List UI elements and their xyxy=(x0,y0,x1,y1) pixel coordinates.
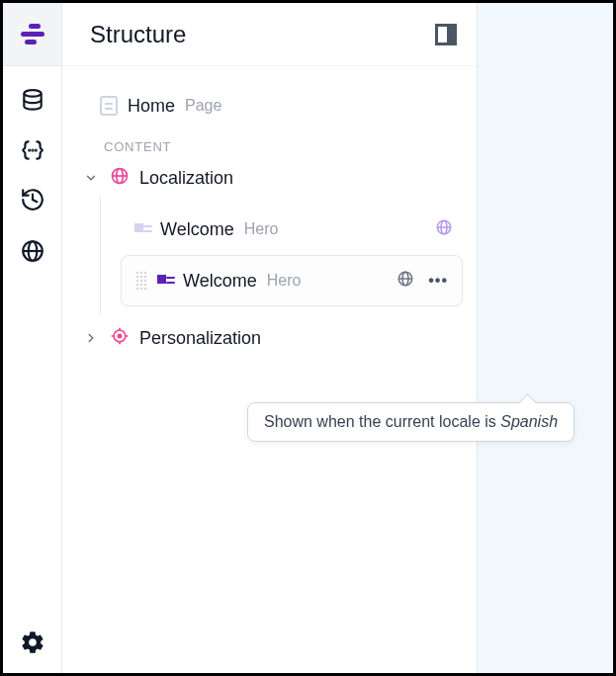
section-label: CONTENT xyxy=(76,124,463,160)
panel-title: Structure xyxy=(90,21,435,48)
drag-handle-icon[interactable] xyxy=(135,271,147,291)
block-icon xyxy=(134,221,150,237)
app-frame: Structure Home Page CONTENT xyxy=(0,0,616,676)
panel-body: Home Page CONTENT Localization xyxy=(62,66,477,356)
page-icon xyxy=(100,96,118,116)
locale-indicator-icon[interactable] xyxy=(396,270,414,292)
database-icon[interactable] xyxy=(20,88,45,114)
history-icon[interactable] xyxy=(20,187,45,212)
collapse-panel-button[interactable] xyxy=(435,24,457,45)
locale-indicator-icon[interactable] xyxy=(435,218,453,240)
svg-point-4 xyxy=(29,149,30,150)
nav-rail xyxy=(3,3,62,673)
globe-icon[interactable] xyxy=(20,238,45,264)
tree-children: Welcome Hero Welcome H xyxy=(100,196,463,314)
tree-item-name: Home xyxy=(128,96,175,117)
tree-item-name: Personalization xyxy=(139,328,261,349)
preview-pane xyxy=(478,3,613,673)
tree-item-name: Welcome xyxy=(160,219,234,240)
structure-panel: Structure Home Page CONTENT xyxy=(62,3,478,673)
svg-rect-0 xyxy=(29,24,41,29)
chevron-right-icon xyxy=(82,331,100,345)
tree-item-type: Hero xyxy=(244,220,279,238)
tooltip-text-prefix: Shown when the current locale is xyxy=(264,413,500,430)
tree-root-row[interactable]: Home Page xyxy=(76,88,463,124)
tree-group-personalization[interactable]: Personalization xyxy=(76,320,463,356)
svg-rect-2 xyxy=(25,40,37,44)
tooltip-locale-value: Spanish xyxy=(500,413,558,430)
svg-point-5 xyxy=(32,149,33,150)
more-actions-button[interactable]: ••• xyxy=(424,272,452,290)
tree-item-name: Localization xyxy=(139,168,233,189)
nav-rail-items xyxy=(20,66,45,630)
block-icon xyxy=(157,273,173,289)
svg-rect-1 xyxy=(21,32,44,37)
target-icon xyxy=(110,326,130,350)
tree-group-localization[interactable]: Localization xyxy=(76,160,463,196)
tree-item-type: Page xyxy=(185,97,221,115)
tree-block-welcome-variant-a[interactable]: Welcome Hero xyxy=(121,204,463,255)
svg-point-20 xyxy=(118,334,121,337)
logo-icon xyxy=(19,23,46,46)
globe-icon xyxy=(110,166,130,190)
nav-rail-logo[interactable] xyxy=(3,3,61,66)
settings-icon[interactable] xyxy=(20,630,45,655)
tree-block-welcome-variant-b[interactable]: Welcome Hero ••• xyxy=(121,255,463,306)
braces-icon[interactable] xyxy=(20,139,45,161)
tree-item-type: Hero xyxy=(267,272,302,290)
chevron-down-icon xyxy=(82,171,100,185)
panel-header: Structure xyxy=(62,3,477,66)
locale-tooltip: Shown when the current locale is Spanish xyxy=(247,402,574,442)
svg-point-6 xyxy=(35,149,36,150)
tree-item-name: Welcome xyxy=(183,271,257,292)
svg-point-3 xyxy=(24,90,41,97)
